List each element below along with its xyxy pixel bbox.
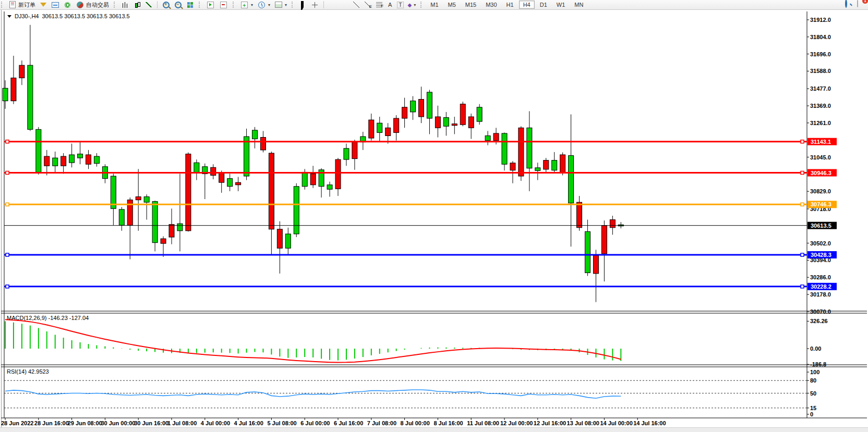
fibonacci-icon: F bbox=[376, 2, 382, 7]
time-tick-label: 5 Jul 08:00 bbox=[267, 420, 296, 426]
price-badge-label: 31143.1 bbox=[811, 139, 831, 145]
line-handle bbox=[801, 285, 804, 288]
time-tick-label: 11 Jul 08:00 bbox=[467, 420, 499, 426]
line-handle bbox=[801, 253, 804, 256]
monitor-icon bbox=[52, 2, 59, 8]
toolbar-grip[interactable] bbox=[233, 2, 235, 8]
timeframe-M15[interactable]: M15 bbox=[461, 1, 480, 9]
cursor-tool-button[interactable] bbox=[297, 0, 309, 10]
price-tick-label: 31696.0 bbox=[810, 51, 831, 57]
clock-icon bbox=[258, 2, 265, 8]
channel-tool-button[interactable]: E bbox=[362, 0, 373, 9]
price-tick-label: 30829.0 bbox=[810, 188, 831, 194]
time-tick-label: 29 Jun 08:00 bbox=[68, 420, 102, 426]
crosshair-icon bbox=[312, 2, 318, 8]
toolbar-grip[interactable] bbox=[1, 2, 4, 8]
toolbar-grip[interactable] bbox=[114, 2, 116, 8]
periods-button[interactable]: ▾ bbox=[255, 0, 272, 10]
fibonacci-tool-button[interactable]: F bbox=[373, 0, 385, 9]
timeframe-M5[interactable]: M5 bbox=[444, 1, 460, 9]
time-tick-label: 7 Jul 08:00 bbox=[367, 420, 396, 426]
bar-chart-icon bbox=[122, 2, 128, 8]
new-order-label: 新订单 bbox=[18, 1, 35, 9]
toolbar-grip[interactable] bbox=[199, 2, 201, 8]
rsi-tick-label: 50 bbox=[810, 390, 816, 397]
time-tick-label: 4 Jul 16:00 bbox=[234, 420, 263, 426]
price-tick-label: 30502.0 bbox=[810, 240, 831, 246]
search-button[interactable] bbox=[845, 1, 853, 8]
timeframe-MN[interactable]: MN bbox=[570, 1, 587, 9]
label-tool-button[interactable]: T bbox=[395, 1, 405, 9]
notifications-button[interactable]: 1 bbox=[857, 1, 865, 8]
candlestick-icon bbox=[134, 2, 140, 8]
window-bottom-strip bbox=[0, 427, 868, 432]
price-badge-label: 30946.3 bbox=[811, 170, 831, 176]
auto-scroll-button[interactable] bbox=[204, 0, 217, 10]
time-tick-label: 6 Jul 16:00 bbox=[334, 420, 363, 426]
macd-tick-label: 326.26 bbox=[810, 318, 828, 324]
auto-trading-button[interactable]: 自动交易 bbox=[74, 0, 111, 10]
price-tick-label: 31261.0 bbox=[810, 120, 831, 126]
signals-button[interactable] bbox=[62, 0, 74, 10]
equidistant-channel-icon: E bbox=[365, 2, 371, 8]
arrows-icon: ◆ bbox=[408, 2, 412, 8]
main-toolbar: 新订单 自动交易 + − ▾ bbox=[0, 0, 868, 10]
vertical-line-tool-button[interactable] bbox=[327, 0, 339, 10]
line-handle bbox=[6, 253, 9, 256]
candlestick-chart-button[interactable] bbox=[131, 0, 143, 10]
zoom-out-button[interactable]: − bbox=[172, 0, 184, 10]
rsi-tick-label: 100 bbox=[810, 369, 819, 375]
auto-scroll-icon bbox=[207, 2, 214, 8]
price-tick-label: 31912.0 bbox=[810, 17, 831, 23]
crosshair-tool-button[interactable] bbox=[309, 0, 321, 10]
market-watch-button[interactable] bbox=[38, 1, 49, 9]
zoom-out-icon: − bbox=[175, 2, 182, 8]
trendline-icon bbox=[353, 2, 359, 8]
add-indicator-button[interactable]: ▾ bbox=[238, 0, 255, 10]
time-tick-label: 30 Jun 00:00 bbox=[101, 420, 135, 426]
macd-panel bbox=[5, 319, 621, 362]
timeframe-M1[interactable]: M1 bbox=[426, 1, 442, 9]
price-badge-label: 30613.5 bbox=[811, 223, 831, 229]
arrows-tool-button[interactable]: ◆▾ bbox=[406, 1, 418, 9]
dropdown-caret-icon: ▾ bbox=[285, 3, 287, 7]
timeframe-M30[interactable]: M30 bbox=[481, 1, 501, 9]
macd-tick-label: -186.8 bbox=[810, 361, 826, 367]
time-tick-label: 14 Jul 00:00 bbox=[600, 420, 632, 426]
rsi-tick-label: 15 bbox=[810, 405, 816, 411]
timeframe-H4[interactable]: H4 bbox=[519, 1, 535, 9]
time-tick-label: 12 Jul 16:00 bbox=[534, 420, 566, 426]
bar-chart-button[interactable] bbox=[119, 0, 131, 10]
add-indicator-icon bbox=[241, 2, 248, 8]
rsi-line bbox=[5, 390, 621, 398]
trendline-tool-button[interactable] bbox=[351, 0, 362, 9]
macd-tick-label: 0.00 bbox=[810, 345, 821, 352]
line-chart-button[interactable] bbox=[143, 0, 154, 9]
templates-button[interactable]: ▾ bbox=[272, 0, 289, 10]
horizontal-line-tool-button[interactable] bbox=[339, 0, 351, 10]
label-tool-icon: T bbox=[397, 2, 403, 8]
time-tick-label: 4 Jul 00:00 bbox=[201, 420, 230, 426]
toolbar-grip[interactable] bbox=[292, 2, 294, 8]
zoom-in-icon: + bbox=[163, 2, 170, 8]
macd-indicator-label: MACD(12,26,9) -146.23 -127.04 bbox=[7, 315, 89, 321]
tile-windows-button[interactable] bbox=[184, 0, 196, 10]
time-tick-label: 8 Jul 00:00 bbox=[401, 420, 430, 426]
chat-bubble-icon bbox=[857, 0, 858, 7]
timeframe-D1[interactable]: D1 bbox=[536, 1, 551, 9]
chart-window-button[interactable] bbox=[49, 0, 62, 10]
toolbar-grip[interactable] bbox=[420, 2, 423, 8]
price-tick-label: 31369.0 bbox=[810, 103, 831, 109]
chart-shift-icon bbox=[220, 2, 227, 8]
timeframe-W1[interactable]: W1 bbox=[552, 1, 570, 9]
text-tool-button[interactable]: A bbox=[385, 1, 395, 9]
timeframe-H1[interactable]: H1 bbox=[502, 1, 518, 9]
chart-shift-button[interactable] bbox=[217, 0, 230, 10]
notification-badge: 1 bbox=[862, 0, 868, 4]
line-handle bbox=[801, 203, 804, 206]
new-order-button[interactable]: 新订单 bbox=[6, 0, 38, 10]
search-icon bbox=[845, 0, 847, 8]
zoom-in-button[interactable]: + bbox=[160, 0, 172, 10]
trading-platform-window: 新订单 自动交易 + − ▾ bbox=[0, 0, 868, 432]
chart-canvas[interactable]: 31912.031804.031696.031588.031477.031369… bbox=[0, 10, 868, 432]
